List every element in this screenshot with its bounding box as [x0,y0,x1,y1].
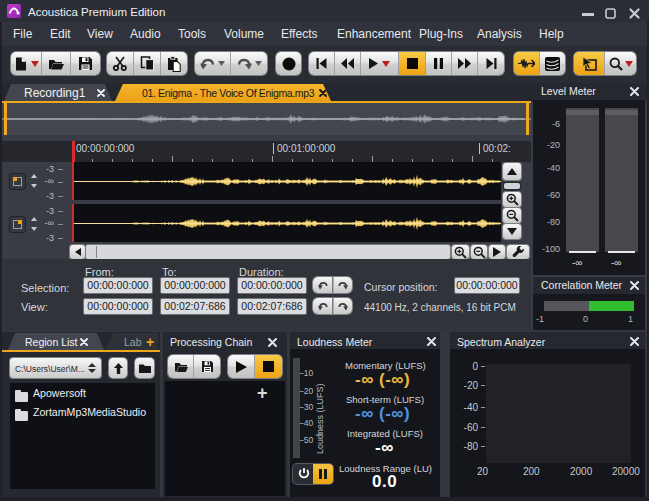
svg-text:Loudness (LUFS): Loudness (LUFS) [315,383,325,454]
